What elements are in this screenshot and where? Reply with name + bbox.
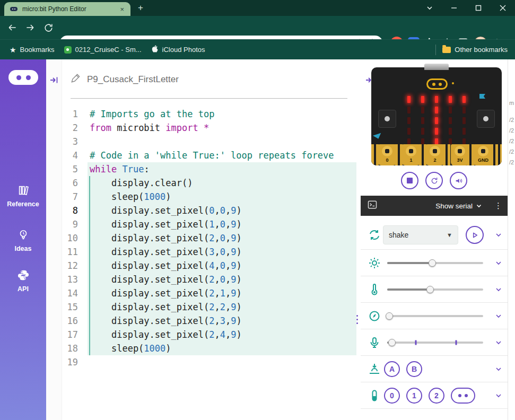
code-token: 2 xyxy=(209,302,214,312)
temperature-slider[interactable] xyxy=(387,288,483,291)
code-line-17[interactable]: 17 display.set_pixel(2,4,9) xyxy=(62,328,356,342)
slider-thumb[interactable] xyxy=(426,286,434,293)
code-line-15[interactable]: 15 display.set_pixel(2,2,9) xyxy=(62,300,356,314)
bookmarks-bar: ★ Bookmarks 0212_CruiseC - Sm... iCloud … xyxy=(0,39,515,59)
chevron-down-icon[interactable] xyxy=(417,0,442,16)
reload-button[interactable] xyxy=(42,22,54,33)
ab-buttons: A B xyxy=(384,361,422,377)
bookmarks-separator xyxy=(435,45,436,55)
serial-menu-icon[interactable]: ⋮ xyxy=(494,201,502,211)
button-b[interactable] xyxy=(477,110,495,128)
sim-pin-0[interactable]: 0 xyxy=(384,388,400,404)
browser-tab[interactable]: micro:bit Python Editor × xyxy=(4,2,130,16)
expand-microphone-icon[interactable] xyxy=(495,339,502,346)
light-slider[interactable] xyxy=(387,262,483,264)
bookmark-item-cruise[interactable]: 0212_CruiseC - Sm... xyxy=(64,46,142,54)
gesture-select[interactable]: shake ▼ xyxy=(383,225,458,244)
code-line-16[interactable]: 16 display.set_pixel(2,3,9) xyxy=(62,314,356,328)
close-window-button[interactable] xyxy=(491,0,515,16)
slider-thumb[interactable] xyxy=(429,259,436,267)
mute-button[interactable] xyxy=(450,172,467,189)
code-line-5[interactable]: 5while True: xyxy=(62,162,356,176)
led-2-0 xyxy=(435,96,438,103)
sidebar-item-reference[interactable]: Reference xyxy=(0,185,46,208)
code-line-11[interactable]: 11 display.set_pixel(3,0,9) xyxy=(62,245,356,259)
line-text: display.set_pixel(2,3,9) xyxy=(88,314,356,328)
code-line-3[interactable]: 3 xyxy=(62,135,356,148)
code-line-7[interactable]: 7 sleep(1000) xyxy=(62,190,356,204)
led-2-2 xyxy=(435,117,438,124)
code-line-9[interactable]: 9 display.set_pixel(1,0,9) xyxy=(62,217,356,231)
expand-buttons-icon[interactable] xyxy=(495,365,502,373)
code-token: ) xyxy=(236,233,241,243)
pin-pad-GND[interactable]: GND xyxy=(473,144,493,165)
stop-button[interactable] xyxy=(401,172,418,189)
tab-close-icon[interactable]: × xyxy=(119,5,125,14)
sim-pin-logo[interactable] xyxy=(451,388,475,404)
line-number: 6 xyxy=(62,176,78,190)
led-4-3 xyxy=(462,128,466,135)
sidebar-item-ideas[interactable]: Ideas xyxy=(0,229,46,252)
expand-sidebar-icon[interactable] xyxy=(49,75,59,85)
serial-terminal-icon[interactable] xyxy=(367,199,378,212)
line-text: while True: xyxy=(88,162,356,176)
expand-pins-icon[interactable] xyxy=(495,392,502,399)
line-text: from microbit import * xyxy=(88,121,356,135)
code-lines[interactable]: 1# Imports go at the top2from microbit i… xyxy=(62,107,356,369)
code-line-12[interactable]: 12 display.set_pixel(4,0,9) xyxy=(62,259,356,273)
reset-button[interactable] xyxy=(425,172,443,189)
panel-resize-handle[interactable] xyxy=(354,312,360,327)
code-line-13[interactable]: 13 display.set_pixel(2,0,9) xyxy=(62,273,356,286)
other-bookmarks-label: Other bookmarks xyxy=(455,46,508,54)
microbit-board[interactable]: 0123VGND xyxy=(371,67,502,165)
other-bookmarks-item[interactable]: Other bookmarks xyxy=(442,46,508,54)
code-line-4[interactable]: 4# Code in a 'while True:' loop repeats … xyxy=(62,148,356,162)
led-grid[interactable] xyxy=(402,94,471,147)
sim-button-b[interactable]: B xyxy=(406,361,422,377)
microbit-logo[interactable] xyxy=(8,70,38,85)
code-line-6[interactable]: 6 display.clear() xyxy=(62,176,356,190)
forward-button[interactable] xyxy=(24,22,36,33)
expand-compass-icon[interactable] xyxy=(495,312,502,320)
code-token: 1000 xyxy=(144,191,165,202)
code-editor[interactable]: P9_Cusack_FirstLetter 1# Imports go at t… xyxy=(62,59,356,420)
compass-slider[interactable] xyxy=(387,315,483,317)
code-token: ) xyxy=(236,329,241,340)
bookmarks-manager-item[interactable]: ★ Bookmarks xyxy=(10,46,55,54)
maximize-button[interactable] xyxy=(466,0,491,16)
pin-pad-1[interactable]: 1 xyxy=(402,144,420,165)
button-a[interactable] xyxy=(378,110,396,128)
code-line-19[interactable]: 19 xyxy=(62,355,356,369)
sim-button-a[interactable]: A xyxy=(384,361,400,377)
sim-pin-1[interactable]: 1 xyxy=(406,388,422,404)
code-line-14[interactable]: 14 display.set_pixel(2,1,9) xyxy=(62,286,356,300)
code-line-2[interactable]: 2from microbit import * xyxy=(62,121,356,135)
slider-thumb[interactable] xyxy=(386,312,393,320)
back-button[interactable] xyxy=(6,22,18,33)
minimize-button[interactable] xyxy=(442,0,466,16)
code-line-18[interactable]: 18 sleep(1000) xyxy=(62,342,356,355)
show-serial-toggle[interactable]: Show serial xyxy=(435,202,482,210)
board-logo-icon[interactable] xyxy=(426,78,448,90)
pin-pad-0[interactable]: 0 xyxy=(378,144,396,165)
code-line-8[interactable]: 8 display.set_pixel(0,0,9) xyxy=(62,204,356,217)
expand-gesture-icon[interactable] xyxy=(495,231,502,239)
code-token: 9 xyxy=(231,274,236,285)
pin-pad-2[interactable]: 2 xyxy=(426,144,444,165)
expand-light-icon[interactable] xyxy=(495,259,502,267)
sidebar-item-api[interactable]: API xyxy=(0,269,46,293)
sim-pin-2[interactable]: 2 xyxy=(429,388,444,404)
code-line-10[interactable]: 10 display.set_pixel(2,0,9) xyxy=(62,231,356,245)
play-gesture-button[interactable] xyxy=(466,226,484,244)
code-line-1[interactable]: 1# Imports go at the top xyxy=(62,107,356,121)
expand-temperature-icon[interactable] xyxy=(495,286,502,293)
bookmark-item-icloud[interactable]: iCloud Photos xyxy=(151,45,205,55)
edge-connector-pads: 0123VGND xyxy=(371,144,502,165)
code-token: 2 xyxy=(209,316,214,326)
microphone-slider[interactable] xyxy=(387,342,483,344)
pin-pad-3V[interactable]: 3V xyxy=(451,144,469,165)
project-title[interactable]: P9_Cusack_FirstLetter xyxy=(87,74,179,85)
edit-pencil-icon[interactable] xyxy=(71,73,81,85)
new-tab-button[interactable]: + xyxy=(138,3,143,12)
slider-thumb[interactable] xyxy=(388,339,396,346)
